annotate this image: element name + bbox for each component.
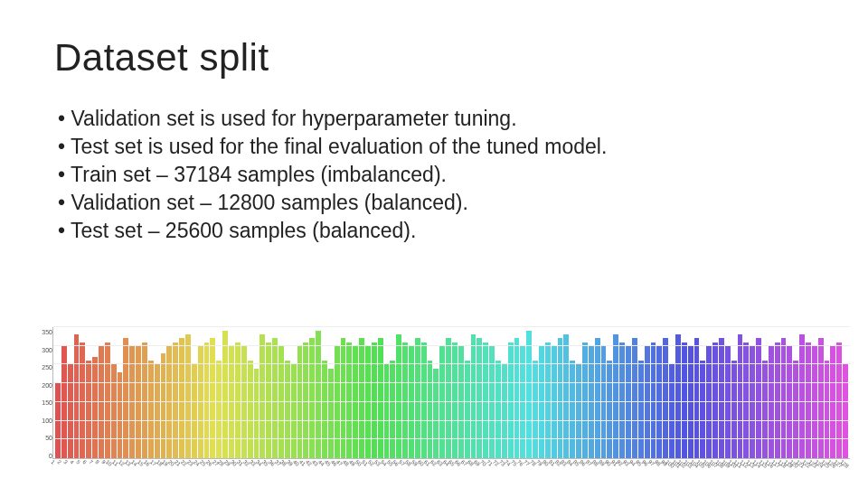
bar: [694, 338, 700, 458]
bar: [645, 346, 650, 458]
bar: [402, 343, 408, 458]
bar: [465, 361, 470, 458]
bar: [830, 346, 835, 458]
bar: [439, 346, 445, 458]
bar: [285, 361, 290, 458]
x-axis: 1234567891011121314151617181920212223242…: [52, 459, 850, 472]
bar: [769, 346, 774, 458]
list-item: Test set – 25600 samples (balanced).: [58, 217, 814, 245]
bar: [576, 364, 581, 458]
bar: [316, 331, 321, 458]
bar: [638, 361, 644, 458]
chart: 350300250200150100500 123456789101112131…: [27, 327, 850, 472]
bar: [433, 369, 439, 458]
x-tick: 5: [75, 459, 80, 465]
bar: [328, 369, 334, 458]
x-tick: 2: [57, 459, 62, 465]
bar: [129, 346, 135, 458]
bar: [700, 361, 705, 458]
bar: [390, 361, 395, 458]
bar: [192, 364, 197, 458]
bar: [278, 346, 284, 458]
x-tick: 1: [51, 459, 56, 465]
y-tick: 50: [45, 435, 52, 441]
bar: [384, 364, 390, 458]
bar: [806, 343, 811, 458]
bar: [632, 338, 637, 458]
bar: [80, 343, 85, 458]
bar: [570, 361, 575, 458]
y-tick: 300: [42, 347, 52, 353]
bar: [346, 343, 352, 458]
bar: [99, 346, 104, 458]
x-tick: 4: [70, 459, 75, 465]
bar: [353, 346, 358, 458]
bar: [415, 338, 420, 458]
bar: [291, 364, 297, 458]
bar: [428, 361, 433, 458]
bar: [682, 343, 687, 458]
bar: [539, 346, 544, 458]
y-tick: 250: [42, 364, 52, 371]
x-tick: 7: [88, 459, 93, 465]
bar: [613, 334, 618, 458]
bar: [309, 338, 315, 458]
bar: [558, 338, 563, 458]
bar: [787, 346, 792, 458]
bar: [198, 346, 203, 458]
bar: [155, 364, 160, 458]
bar: [303, 343, 308, 458]
bar: [663, 338, 668, 458]
bar: [651, 343, 656, 458]
bar: [185, 334, 191, 458]
bar: [712, 343, 718, 458]
bar: [799, 334, 805, 458]
bar: [818, 338, 824, 458]
bar: [86, 361, 91, 458]
bar: [161, 353, 166, 458]
bar: [825, 361, 830, 458]
bar: [719, 338, 724, 458]
bar: [526, 331, 532, 458]
bar: [452, 343, 458, 458]
bar: [495, 361, 501, 458]
bar: [626, 346, 631, 458]
bar: [229, 346, 234, 458]
bar: [743, 343, 749, 458]
bar: [738, 334, 743, 458]
bar: [476, 338, 482, 458]
bar: [793, 361, 798, 458]
bar: [589, 346, 594, 458]
bar: [166, 346, 172, 458]
bar: [248, 361, 253, 458]
bar: [396, 334, 401, 458]
bar: [533, 361, 538, 458]
page-title: Dataset split: [54, 36, 814, 80]
bar: [582, 343, 588, 458]
bar: [204, 343, 210, 458]
bar: [781, 338, 787, 458]
y-axis: 350300250200150100500: [27, 327, 52, 472]
bar: [421, 343, 427, 458]
bar: [688, 346, 693, 458]
bar: [74, 334, 80, 458]
list-item: Test set is used for the final evaluatio…: [58, 133, 814, 161]
bar: [142, 343, 147, 458]
bar: [762, 361, 768, 458]
bar: [552, 346, 557, 458]
bar: [675, 334, 681, 458]
bar: [259, 334, 265, 458]
bar: [297, 346, 303, 458]
bullet-list: Validation set is used for hyperparamete…: [58, 105, 814, 245]
bar: [372, 343, 377, 458]
bar: [471, 334, 476, 458]
bar: [179, 338, 184, 458]
bar: [68, 364, 73, 458]
bar: [483, 343, 488, 458]
bar: [446, 338, 451, 458]
bar: [235, 343, 241, 458]
bar: [148, 361, 154, 458]
y-tick: 100: [42, 418, 52, 424]
bar: [222, 331, 228, 458]
y-tick: 200: [42, 382, 52, 389]
